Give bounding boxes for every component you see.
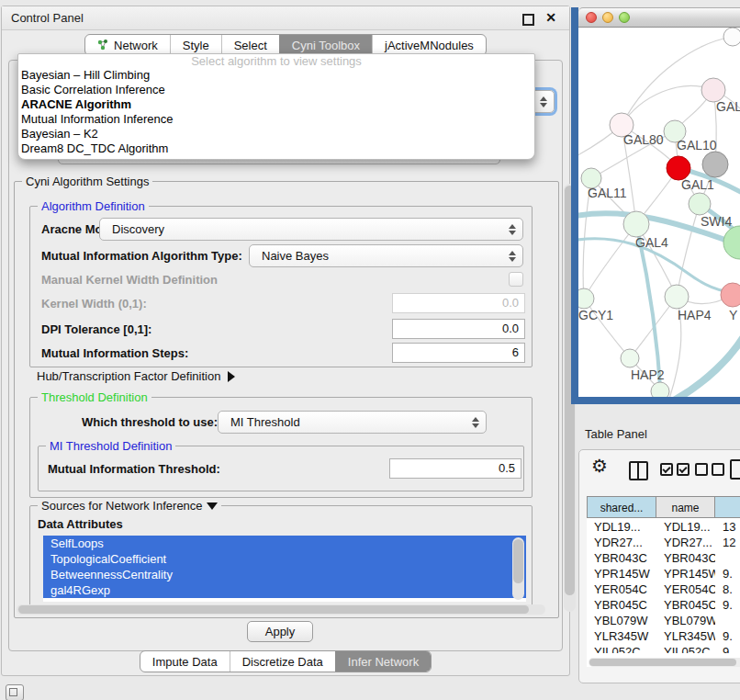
tab-infer-network[interactable]: Infer Network (335, 651, 431, 672)
mi-steps-field[interactable]: 6 (392, 343, 525, 363)
column-header-shared-[interactable]: shared... (587, 496, 656, 518)
tab-jactivemnodules[interactable]: jActiveMNodules (372, 35, 486, 55)
dropdown-prompt: Select algorithm to view settings (18, 54, 534, 68)
algorithm-option-bayesian-k2[interactable]: Bayesian – K2 (18, 127, 534, 141)
aracne-mode-combobox[interactable]: Discovery (99, 218, 523, 241)
table-cell[interactable]: 12 (715, 535, 740, 550)
network-svg[interactable]: GALGAL80GAL10GAL1GAL11SWI4GAL4GCY1HAP4YH… (578, 28, 740, 397)
network-node-swi4[interactable] (689, 193, 711, 215)
attribute-item-betweennesscentrality[interactable]: BetweennessCentrality (43, 567, 526, 582)
network-node-gal4[interactable] (623, 211, 649, 237)
table-cell[interactable]: YLR345W (656, 628, 715, 644)
network-canvas[interactable]: GALGAL80GAL10GAL1GAL11SWI4GAL4GCY1HAP4YH… (578, 28, 740, 397)
column-header-col2[interactable] (715, 496, 740, 518)
table-cell[interactable]: YDL19... (587, 519, 656, 535)
table-row: YBR043CYBR043C (587, 550, 740, 566)
dpi-tolerance-field[interactable]: 0.0 (392, 319, 525, 339)
which-threshold-combobox[interactable]: MI Threshold (218, 411, 487, 434)
tab-network[interactable]: Network (85, 35, 170, 55)
table-panel-title: Table Panel (585, 427, 647, 441)
table-cell[interactable]: YBL079W (656, 613, 715, 628)
tab-select[interactable]: Select (221, 35, 279, 55)
table-horizontal-scrollbar[interactable] (589, 658, 740, 667)
panel-restore-icon[interactable] (6, 684, 24, 700)
zoom-traffic-light[interactable] (619, 12, 630, 23)
network-node-label: GAL4 (635, 235, 668, 250)
attribute-item-topologicalcoefficient[interactable]: TopologicalCoefficient (43, 551, 526, 567)
tab-impute-data[interactable]: Impute Data (140, 651, 230, 672)
attribute-item-selfloops[interactable]: SelfLoops (43, 536, 526, 551)
network-node-hap2[interactable] (621, 349, 639, 367)
network-window-titlebar[interactable] (578, 7, 740, 28)
page-icon[interactable] (730, 459, 740, 480)
network-node-label: HAP4 (678, 308, 712, 322)
table-cell[interactable]: 13 (715, 519, 740, 535)
table-cell[interactable]: 9. (715, 566, 740, 581)
network-edge-thick (674, 327, 740, 397)
table-cell[interactable]: 9. (715, 597, 740, 613)
algorithm-option-aracne-algorithm[interactable]: ARACNE Algorithm (18, 97, 534, 112)
algorithm-option-mutual-information-inference[interactable]: Mutual Information Inference (18, 112, 534, 127)
tab-style[interactable]: Style (170, 35, 221, 55)
kernel-width-label: Kernel Width (0,1): (41, 297, 147, 310)
mi-algorithm-type-label: Mutual Information Algorithm Type: (41, 249, 242, 263)
app-root: Control Panel ✕ NetworkStyleSelectCyni T… (0, 0, 740, 700)
tab-discretize-data[interactable]: Discretize Data (230, 651, 335, 672)
algorithm-option-basic-correlation-inference[interactable]: Basic Correlation Inference (18, 83, 534, 97)
close-traffic-light[interactable] (586, 12, 597, 23)
table-cell[interactable]: YPR145W (656, 566, 715, 581)
table-cell[interactable]: YDL19... (656, 519, 715, 535)
network-node-unlabeled[interactable] (702, 152, 728, 177)
network-node-label: GAL10 (677, 138, 717, 152)
table-cell[interactable] (715, 550, 740, 566)
algorithm-dropdown: Select algorithm to view settings Bayesi… (17, 53, 535, 160)
table-cell[interactable]: YBR045C (656, 597, 715, 613)
table-row: YDR27...YDR27...12 (587, 535, 740, 550)
table-cell[interactable]: YBR043C (587, 550, 656, 566)
table-cell[interactable]: 9. (715, 628, 740, 644)
settings-horizontal-scrollbar[interactable] (17, 604, 545, 615)
table-cell[interactable]: YBL079W (587, 613, 656, 628)
attribute-item-gal4rgexp[interactable]: gal4RGexp (43, 582, 526, 598)
gear-icon[interactable]: ⚙ (591, 457, 608, 474)
sources-group-title[interactable]: Sources for Network Inference (38, 499, 221, 513)
table-cell[interactable]: YBR043C (656, 550, 715, 566)
deselect-all-checkboxes-icon[interactable] (695, 463, 724, 476)
column-header-name[interactable]: name (656, 496, 715, 518)
network-node-unlabeled[interactable] (651, 382, 669, 397)
table-cell[interactable]: 8. (715, 581, 740, 597)
table-cell[interactable]: 9. (715, 644, 740, 653)
table-cell[interactable]: YBR045C (587, 597, 656, 613)
algorithm-option-bayesian-hill-climbing[interactable]: Bayesian – Hill Climbing (18, 68, 534, 83)
table-cell[interactable]: YER054C (587, 581, 656, 597)
mi-algorithm-type-combobox[interactable]: Naive Bayes (249, 244, 523, 267)
network-node-hap4[interactable] (665, 285, 689, 309)
network-node-gcy1[interactable] (578, 288, 594, 309)
table-cell[interactable]: YPR145W (587, 566, 656, 581)
attribute-list-scrollbar[interactable] (512, 537, 524, 600)
minimize-traffic-light[interactable] (602, 12, 613, 23)
table-cell[interactable] (715, 613, 740, 628)
table-cell[interactable]: YIL052C (656, 644, 715, 653)
which-threshold-label: Which threshold to use: (82, 415, 218, 429)
table-row: YLR345WYLR345W9. (587, 628, 740, 644)
apply-button[interactable]: Apply (247, 621, 313, 642)
table-cell[interactable]: YDR27... (656, 535, 715, 550)
tab-cyni-toolbox[interactable]: Cyni Toolbox (279, 35, 372, 55)
network-node-unlabeled[interactable] (723, 28, 740, 46)
table-cell[interactable]: YLR345W (587, 628, 656, 644)
network-edge (584, 224, 636, 299)
table-cell[interactable]: YDR27... (587, 535, 656, 550)
split-columns-icon[interactable] (629, 461, 648, 480)
network-node-unlabeled[interactable] (723, 226, 740, 259)
close-icon[interactable]: ✕ (545, 10, 556, 25)
hub-definition-toggle[interactable]: Hub/Transcription Factor Definition (37, 369, 235, 383)
table-cell[interactable]: YIL052C (587, 644, 656, 653)
select-all-checkboxes-icon[interactable] (660, 463, 690, 476)
table-cell[interactable]: YER054C (656, 581, 715, 597)
algorithm-option-dream8-dc-tdc-algorithm[interactable]: Dream8 DC_TDC Algorithm (18, 141, 534, 156)
float-window-icon[interactable] (522, 14, 534, 26)
network-node-y[interactable] (721, 283, 740, 307)
network-node-label: SWI4 (701, 214, 732, 229)
mi-threshold-field[interactable]: 0.5 (389, 458, 521, 479)
